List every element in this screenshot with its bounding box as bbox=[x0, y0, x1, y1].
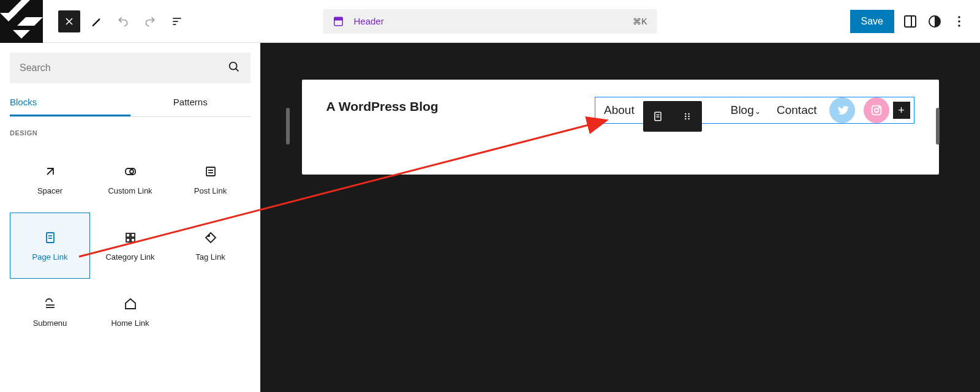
block-search[interactable] bbox=[10, 53, 251, 83]
settings-sidebar-toggle[interactable] bbox=[902, 13, 919, 30]
nav-item-about[interactable]: About bbox=[600, 104, 638, 117]
page-link-block-icon[interactable] bbox=[643, 101, 673, 132]
svg-rect-19 bbox=[47, 233, 54, 243]
nav-item-contact[interactable]: Contact bbox=[773, 104, 820, 117]
svg-point-36 bbox=[685, 118, 686, 119]
site-title[interactable]: A WordPress Blog bbox=[326, 99, 439, 114]
block-tag-link[interactable]: Tag Link bbox=[170, 213, 251, 279]
styles-toggle[interactable] bbox=[926, 13, 943, 30]
svg-marker-3 bbox=[13, 30, 30, 39]
layout-icon bbox=[333, 16, 344, 27]
tag-icon bbox=[203, 230, 218, 245]
template-label: Header bbox=[354, 16, 384, 26]
svg-rect-5 bbox=[334, 17, 343, 20]
submenu-icon bbox=[43, 296, 58, 311]
site-logo[interactable] bbox=[0, 0, 43, 43]
spacer-icon bbox=[43, 164, 58, 179]
command-shortcut: ⌘K bbox=[633, 17, 647, 26]
save-button[interactable]: Save bbox=[850, 10, 894, 33]
block-home-link[interactable]: Home Link bbox=[90, 279, 170, 345]
svg-marker-1 bbox=[4, 0, 30, 17]
svg-rect-22 bbox=[126, 233, 130, 237]
top-right-controls: Save bbox=[850, 10, 968, 33]
svg-point-35 bbox=[688, 116, 690, 117]
svg-rect-16 bbox=[206, 167, 215, 176]
post-icon bbox=[203, 164, 218, 179]
undo-button[interactable] bbox=[112, 10, 134, 32]
search-icon bbox=[227, 60, 241, 76]
template-selector[interactable]: Header ⌘K bbox=[323, 9, 657, 34]
redo-button[interactable] bbox=[139, 10, 161, 32]
svg-point-11 bbox=[958, 24, 960, 27]
page-icon bbox=[43, 230, 58, 245]
svg-rect-23 bbox=[131, 233, 135, 237]
svg-rect-6 bbox=[905, 16, 916, 27]
block-category-link[interactable]: Category Link bbox=[90, 213, 170, 279]
category-icon bbox=[123, 230, 138, 245]
social-instagram[interactable] bbox=[864, 97, 889, 123]
close-inserter-button[interactable] bbox=[58, 10, 80, 32]
nav-item-blog[interactable]: Blog ⌄ bbox=[727, 104, 764, 117]
svg-point-33 bbox=[688, 113, 690, 115]
header-template-part[interactable]: A WordPress Blog About Blog ⌄ Contact bbox=[302, 80, 939, 175]
options-menu[interactable] bbox=[951, 13, 968, 30]
svg-marker-2 bbox=[17, 17, 43, 26]
block-inserter-panel: Blocks Patterns DESIGN Spacer Custom Lin… bbox=[0, 43, 260, 392]
navigation-block[interactable]: About Blog ⌄ Contact bbox=[595, 97, 914, 124]
svg-point-37 bbox=[688, 118, 690, 119]
link-icon bbox=[123, 164, 138, 179]
svg-point-26 bbox=[208, 235, 209, 236]
block-submenu[interactable]: Submenu bbox=[10, 279, 90, 345]
resize-handle-right[interactable] bbox=[936, 108, 940, 145]
editor-canvas[interactable]: A WordPress Blog About Blog ⌄ Contact bbox=[260, 43, 980, 392]
svg-rect-29 bbox=[655, 112, 661, 120]
section-heading: DESIGN bbox=[10, 129, 251, 137]
svg-point-34 bbox=[685, 116, 686, 117]
inserter-tabs: Blocks Patterns bbox=[10, 89, 251, 117]
svg-line-13 bbox=[236, 69, 239, 72]
social-twitter[interactable] bbox=[829, 97, 855, 123]
document-tools bbox=[58, 10, 188, 32]
resize-handle-left[interactable] bbox=[286, 108, 290, 145]
svg-point-9 bbox=[958, 16, 960, 18]
block-post-link[interactable]: Post Link bbox=[170, 146, 251, 213]
top-bar: Header ⌘K Save bbox=[0, 0, 980, 43]
tab-blocks[interactable]: Blocks bbox=[10, 89, 130, 116]
tools-button[interactable] bbox=[85, 10, 107, 32]
block-grid: Spacer Custom Link Post Link Page Link C… bbox=[10, 146, 251, 345]
tab-patterns[interactable]: Patterns bbox=[130, 89, 251, 116]
block-custom-link[interactable]: Custom Link bbox=[90, 146, 170, 213]
svg-point-32 bbox=[685, 113, 686, 115]
list-view-button[interactable] bbox=[166, 10, 188, 32]
svg-point-40 bbox=[878, 107, 880, 108]
add-block-button[interactable]: + bbox=[893, 102, 910, 119]
chevron-down-icon: ⌄ bbox=[755, 107, 761, 116]
svg-point-39 bbox=[874, 108, 878, 112]
block-page-link[interactable]: Page Link bbox=[10, 213, 90, 279]
search-input[interactable] bbox=[20, 62, 227, 74]
svg-rect-24 bbox=[126, 238, 130, 242]
svg-point-15 bbox=[130, 170, 134, 173]
svg-rect-25 bbox=[131, 238, 135, 242]
block-toolbar-popover bbox=[643, 101, 702, 132]
svg-point-10 bbox=[958, 20, 960, 23]
drag-handle-icon[interactable] bbox=[673, 101, 702, 132]
home-icon bbox=[123, 296, 138, 311]
block-spacer[interactable]: Spacer bbox=[10, 146, 90, 213]
